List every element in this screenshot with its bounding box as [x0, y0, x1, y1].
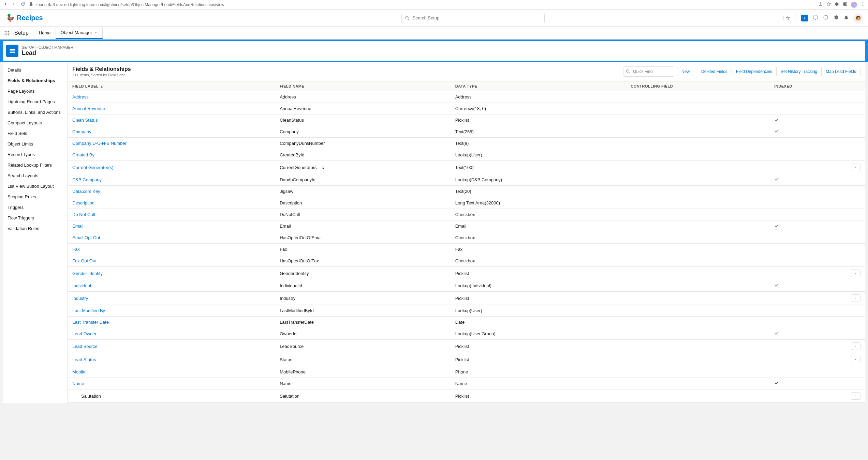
- field-label-link[interactable]: Do Not Call: [72, 212, 95, 217]
- sidebar-item-flow-triggers[interactable]: Flow Triggers: [3, 213, 67, 223]
- share-icon[interactable]: [818, 2, 823, 7]
- cell-indexed: [769, 353, 833, 366]
- sidebar-item-list-view-button-layout[interactable]: List View Button Layout: [3, 181, 67, 191]
- row-action-menu[interactable]: [851, 270, 860, 277]
- field-label-link[interactable]: Individual: [72, 283, 91, 288]
- row-action-menu[interactable]: [851, 392, 860, 400]
- col-data-type[interactable]: DATA TYPE: [451, 81, 626, 91]
- field-label-link[interactable]: Clean Status: [72, 118, 98, 123]
- setup-gear-icon[interactable]: [833, 15, 839, 21]
- table-row: AddressAddressAddress: [68, 91, 865, 103]
- field-label-link[interactable]: Mobile: [72, 369, 85, 374]
- field-label-link[interactable]: Email: [72, 224, 84, 229]
- row-action-menu[interactable]: [851, 356, 860, 363]
- row-action-menu[interactable]: [851, 342, 860, 350]
- field-label-link[interactable]: Last Transfer Date: [72, 320, 109, 325]
- panel-icon[interactable]: [843, 2, 848, 7]
- star-icon[interactable]: [826, 2, 831, 7]
- help-icon[interactable]: ?: [823, 15, 828, 21]
- sidebar-item-record-types[interactable]: Record Types: [3, 149, 67, 160]
- field-label-link[interactable]: Lead Source: [72, 344, 98, 349]
- svg-point-1: [863, 4, 863, 4]
- field-dependencies-button[interactable]: Field Dependencies: [732, 67, 776, 76]
- app-launcher-icon[interactable]: [3, 29, 11, 37]
- sidebar-item-triggers[interactable]: Triggers: [3, 202, 67, 213]
- extensions-icon[interactable]: [835, 2, 839, 7]
- global-search-input[interactable]: [401, 13, 545, 23]
- forward-icon[interactable]: [12, 2, 16, 7]
- field-label-link[interactable]: Company: [72, 129, 91, 134]
- sidebar-item-object-limits[interactable]: Object Limits: [3, 139, 67, 149]
- user-avatar[interactable]: 🧑: [854, 14, 863, 22]
- cell-controlling-field: [626, 126, 769, 138]
- sidebar-item-fields-relationships[interactable]: Fields & Relationships: [3, 75, 67, 86]
- check-icon: [774, 381, 779, 386]
- table-row: FaxFaxFax: [68, 244, 865, 255]
- field-label-link[interactable]: Company D-U-N-S Number: [72, 141, 127, 146]
- col-controlling-field[interactable]: CONTROLLING FIELD: [626, 81, 769, 91]
- field-label-link[interactable]: Fax Opt Out: [72, 258, 97, 263]
- sidebar-item-field-sets[interactable]: Field Sets: [3, 128, 67, 139]
- sidebar-item-scoping-rules[interactable]: Scoping Rules: [3, 191, 67, 202]
- field-label-link[interactable]: Created By: [72, 152, 94, 157]
- sidebar-item-validation-rules[interactable]: Validation Rules: [3, 223, 67, 234]
- field-label-link[interactable]: Address: [72, 94, 89, 99]
- cell-controlling-field: [626, 389, 769, 403]
- favorites-button[interactable]: [783, 15, 796, 21]
- field-label-link[interactable]: Last Modified By: [72, 308, 105, 313]
- menu-icon[interactable]: [860, 2, 865, 7]
- map-lead-fields-button[interactable]: Map Lead Fields: [821, 67, 860, 76]
- tab-home[interactable]: Home: [34, 28, 56, 38]
- field-label-link[interactable]: D&B Company: [72, 177, 102, 182]
- cell-indexed: [769, 280, 833, 292]
- cell-field-label: Email: [68, 220, 275, 232]
- cell-indexed: [769, 149, 833, 161]
- salesforce-help-icon[interactable]: [813, 15, 818, 21]
- field-label-link[interactable]: Data.com Key: [72, 189, 100, 194]
- cell-field-label: Lead Source: [68, 340, 275, 353]
- back-icon[interactable]: [3, 2, 8, 7]
- field-label-link[interactable]: Industry: [72, 296, 88, 301]
- sidebar-item-related-lookup-filters[interactable]: Related Lookup Filters: [3, 160, 67, 170]
- cell-field-name: IndividualId: [275, 280, 451, 292]
- cell-indexed: [769, 126, 833, 138]
- field-label-link[interactable]: Lead Status: [72, 357, 96, 362]
- sidebar-item-search-layouts[interactable]: Search Layouts: [3, 170, 67, 181]
- url-text[interactable]: zhang-4a6-dev-ed.lightning.force.com/lig…: [35, 2, 224, 7]
- cell-controlling-field: [626, 232, 769, 244]
- field-label-link[interactable]: Email Opt Out: [72, 235, 100, 240]
- sidebar-item-compact-layouts[interactable]: Compact Layouts: [3, 118, 67, 128]
- sidebar-item-page-layouts[interactable]: Page Layouts: [3, 86, 67, 96]
- breadcrumb-setup[interactable]: SETUP: [22, 45, 34, 49]
- field-label-link[interactable]: Annual Revenue: [72, 106, 105, 111]
- row-action-menu[interactable]: [851, 164, 860, 171]
- sidebar-item-lightning-record-pages[interactable]: Lightning Record Pages: [3, 96, 67, 107]
- reload-icon[interactable]: [20, 2, 25, 7]
- field-label-link[interactable]: Lead Owner: [72, 331, 97, 336]
- sidebar-item-buttons-links-and-actions[interactable]: Buttons, Links, and Actions: [3, 107, 67, 118]
- browser-profile-avatar[interactable]: [851, 2, 857, 8]
- field-label-link[interactable]: Gender Identity: [72, 271, 103, 276]
- deleted-fields-button[interactable]: Deleted Fields: [697, 67, 732, 76]
- field-label-link[interactable]: Name: [72, 381, 84, 386]
- field-label-link[interactable]: Fax: [72, 247, 80, 252]
- field-label-link[interactable]: Current Generator(s): [72, 165, 114, 170]
- cell-data-type: Text(255): [451, 126, 626, 138]
- set-history-tracking-button[interactable]: Set History Tracking: [776, 67, 821, 76]
- sidebar-item-details[interactable]: Details: [3, 65, 67, 75]
- new-button[interactable]: New: [677, 67, 694, 76]
- quick-find-input[interactable]: [623, 66, 674, 77]
- row-action-menu[interactable]: [851, 294, 860, 302]
- cell-field-name: Description: [275, 197, 451, 209]
- field-label-link[interactable]: Description: [72, 200, 94, 205]
- cell-data-type: Phone: [451, 366, 626, 378]
- svg-point-0: [863, 2, 863, 3]
- breadcrumb-object-manager[interactable]: OBJECT MANAGER: [39, 45, 73, 49]
- global-actions-button[interactable]: [801, 15, 808, 21]
- col-field-name[interactable]: FIELD NAME: [275, 81, 451, 91]
- col-field-label[interactable]: FIELD LABEL▲: [68, 81, 275, 91]
- tab-object-manager[interactable]: Object Manager: [56, 27, 103, 39]
- cell-field-label: Salutation: [68, 389, 275, 403]
- col-indexed[interactable]: INDEXED: [769, 81, 833, 91]
- notifications-icon[interactable]: [843, 15, 849, 21]
